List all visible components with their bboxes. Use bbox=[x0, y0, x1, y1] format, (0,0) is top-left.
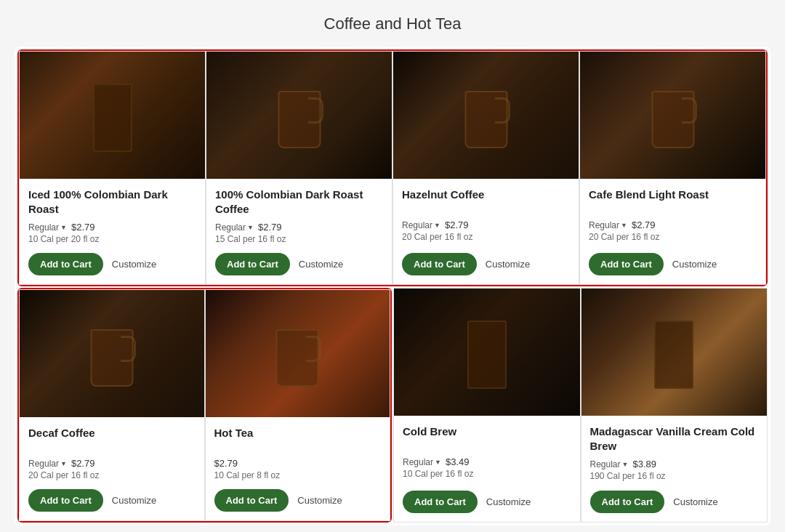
product-card-madagascar: Madagascar Vanilla Cream Cold Brew Regul… bbox=[581, 288, 768, 523]
add-to-cart-button[interactable]: Add to Cart bbox=[28, 253, 103, 275]
product-name: Hot Tea bbox=[214, 426, 382, 452]
size-label: Regular ▼ bbox=[590, 459, 629, 469]
product-price: $2.79 bbox=[214, 458, 238, 469]
customize-button[interactable]: Customize bbox=[672, 259, 717, 270]
product-name: Cold Brew bbox=[403, 424, 571, 451]
size-label: Regular ▼ bbox=[28, 222, 67, 233]
add-to-cart-button[interactable]: Add to Cart bbox=[590, 491, 665, 513]
product-calories: 10 Cal per 20 fl oz bbox=[28, 234, 196, 244]
product-card-decaf: Decaf Coffee Regular ▼ $2.79 20 Cal per … bbox=[19, 289, 205, 521]
product-card-cafe-blend: Cafe Blend Light Roast Regular ▼ $2.79 2… bbox=[579, 51, 766, 285]
add-to-cart-button[interactable]: Add to Cart bbox=[589, 253, 664, 275]
size-label: Regular ▼ bbox=[28, 459, 67, 469]
add-to-cart-button[interactable]: Add to Cart bbox=[215, 253, 290, 275]
customize-button[interactable]: Customize bbox=[673, 496, 717, 507]
product-price: $3.89 bbox=[632, 459, 656, 469]
product-price: $2.79 bbox=[258, 222, 282, 233]
add-to-cart-button[interactable]: Add to Cart bbox=[402, 253, 477, 275]
product-calories: 20 Cal per 16 fl oz bbox=[589, 232, 757, 242]
product-card-hazelnut: Hazelnut Coffee Regular ▼ $2.79 20 Cal p… bbox=[392, 51, 579, 285]
size-label: Regular ▼ bbox=[215, 222, 254, 233]
page-title: Coffee and Hot Tea bbox=[15, 15, 770, 33]
product-name: Cafe Blend Light Roast bbox=[589, 188, 757, 214]
customize-button[interactable]: Customize bbox=[486, 259, 530, 270]
customize-button[interactable]: Customize bbox=[112, 495, 156, 506]
product-name: Iced 100% Colombian Dark Roast bbox=[28, 188, 196, 216]
product-calories: 190 Cal per 16 fl oz bbox=[590, 471, 759, 481]
add-to-cart-button[interactable]: Add to Cart bbox=[214, 489, 289, 512]
product-name: Hazelnut Coffee bbox=[402, 188, 570, 214]
product-price: $2.79 bbox=[71, 222, 95, 233]
product-image bbox=[394, 289, 580, 416]
customize-button[interactable]: Customize bbox=[112, 259, 156, 270]
customize-button[interactable]: Customize bbox=[486, 496, 531, 507]
product-price: $2.79 bbox=[632, 219, 656, 230]
product-card-iced-colombian: Iced 100% Colombian Dark Roast Regular ▼… bbox=[19, 51, 206, 285]
product-image bbox=[20, 290, 204, 417]
product-image bbox=[393, 52, 579, 179]
product-image bbox=[206, 290, 390, 417]
size-label: Regular ▼ bbox=[402, 220, 440, 230]
customize-button[interactable]: Customize bbox=[299, 259, 343, 270]
product-card-cold-brew: Cold Brew Regular ▼ $3.49 10 Cal per 16 … bbox=[393, 288, 581, 523]
product-calories: 10 Cal per 8 fl oz bbox=[214, 470, 382, 480]
product-price: $2.79 bbox=[445, 219, 469, 230]
product-name: Madagascar Vanilla Cream Cold Brew bbox=[590, 424, 759, 453]
product-price: $3.49 bbox=[446, 456, 470, 467]
product-price: $2.79 bbox=[71, 458, 95, 469]
product-calories: 10 Cal per 16 fl oz bbox=[403, 469, 571, 479]
product-image bbox=[580, 52, 765, 179]
size-label: Regular ▼ bbox=[589, 220, 627, 230]
product-calories: 20 Cal per 16 fl oz bbox=[402, 232, 570, 242]
product-card-colombian-dark: 100% Colombian Dark Roast Coffee Regular… bbox=[206, 51, 392, 285]
add-to-cart-button[interactable]: Add to Cart bbox=[403, 491, 478, 513]
product-image bbox=[581, 289, 768, 416]
product-image bbox=[206, 52, 392, 179]
add-to-cart-button[interactable]: Add to Cart bbox=[28, 489, 103, 512]
product-name: 100% Colombian Dark Roast Coffee bbox=[215, 188, 383, 216]
product-calories: 15 Cal per 16 fl oz bbox=[215, 234, 383, 244]
product-image bbox=[20, 52, 205, 179]
product-calories: 20 Cal per 16 fl oz bbox=[28, 470, 196, 480]
customize-button[interactable]: Customize bbox=[297, 495, 342, 506]
product-card-hot-tea: Hot Tea $2.79 10 Cal per 8 fl oz Add to … bbox=[205, 289, 391, 521]
size-label: Regular ▼ bbox=[403, 457, 441, 467]
product-name: Decaf Coffee bbox=[28, 426, 196, 452]
